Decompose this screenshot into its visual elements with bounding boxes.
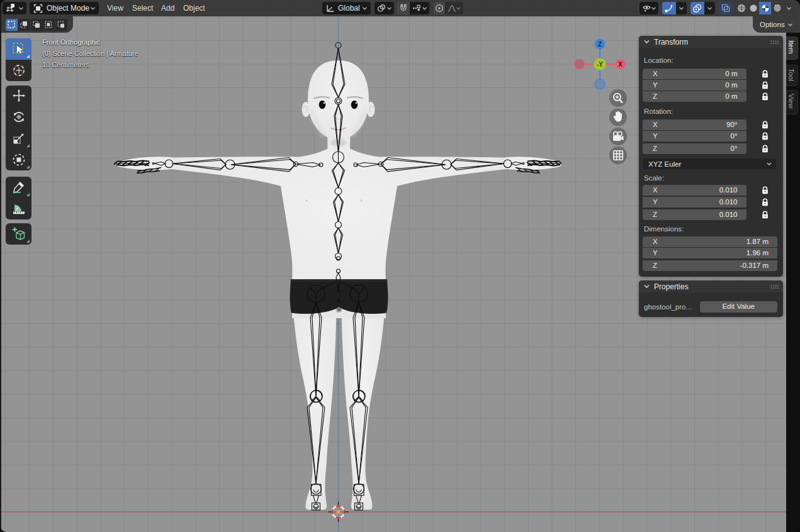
svg-text:Z: Z: [598, 41, 602, 48]
svg-text:X: X: [618, 61, 623, 68]
svg-text:-Y: -Y: [597, 61, 603, 68]
